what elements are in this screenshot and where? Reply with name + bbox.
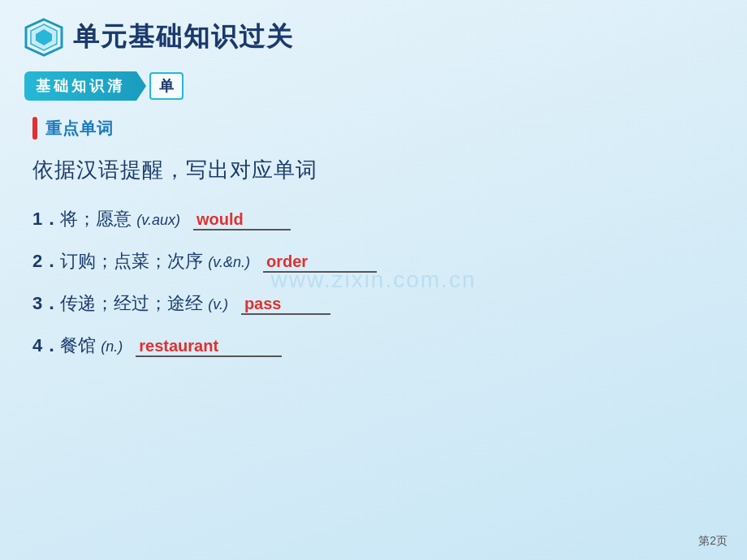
item-answer: order (263, 252, 311, 271)
item-chinese: 传递；经过；途经 (60, 291, 203, 316)
item-number: 4． (32, 334, 60, 358)
badge-tail (136, 71, 146, 101)
page-number: 第2页 (698, 534, 728, 549)
page-title: 单元基础知识过关 (73, 19, 294, 55)
item-answer-container: restaurant (136, 337, 282, 355)
item-chinese: 将；愿意 (60, 207, 132, 231)
answer-underline (241, 313, 330, 315)
answer-underline (263, 271, 377, 273)
item-number: 2． (32, 249, 60, 274)
list-item: 1．将；愿意(v.aux)would (32, 207, 715, 231)
title-area: 单元基础知识过关 (0, 0, 747, 65)
item-answer-container: would (193, 210, 291, 229)
item-pos: (n.) (101, 338, 123, 355)
item-pos: (v.&n.) (208, 254, 250, 271)
item-answer: would (193, 210, 247, 229)
item-answer: restaurant (136, 337, 222, 355)
list-item: 3．传递；经过；途经(v.)pass (32, 291, 715, 316)
section-header: 重点单词 (0, 117, 747, 140)
item-chinese: 订购；点菜；次序 (60, 249, 203, 274)
item-number: 3． (32, 291, 60, 316)
badge-main: 基础知识清 (24, 71, 136, 101)
list-item: 4．餐馆(n.)restaurant (32, 334, 715, 358)
badge-single-char: 单 (149, 72, 184, 100)
item-pos: (v.) (208, 296, 228, 313)
title-icon (24, 18, 63, 57)
badge-main-text: 基础知识清 (36, 76, 125, 96)
answer-underline (136, 355, 282, 357)
section-title: 重点单词 (45, 118, 114, 140)
list-item: 2．订购；点菜；次序(v.&n.)order (32, 249, 715, 274)
badge-area: 基础知识清 单 (0, 71, 747, 101)
item-answer-container: pass (241, 295, 330, 313)
red-bar-icon (32, 117, 37, 140)
item-number: 1． (32, 207, 60, 231)
item-answer: pass (241, 295, 285, 313)
item-answer-container: order (263, 252, 377, 271)
instruction-text: 依据汉语提醒，写出对应单词 (0, 156, 747, 184)
item-pos: (v.aux) (136, 212, 180, 229)
items-list: 1．将；愿意(v.aux)would2．订购；点菜；次序(v.&n.)order… (0, 207, 747, 358)
answer-underline (193, 229, 291, 230)
item-chinese: 餐馆 (60, 334, 96, 358)
